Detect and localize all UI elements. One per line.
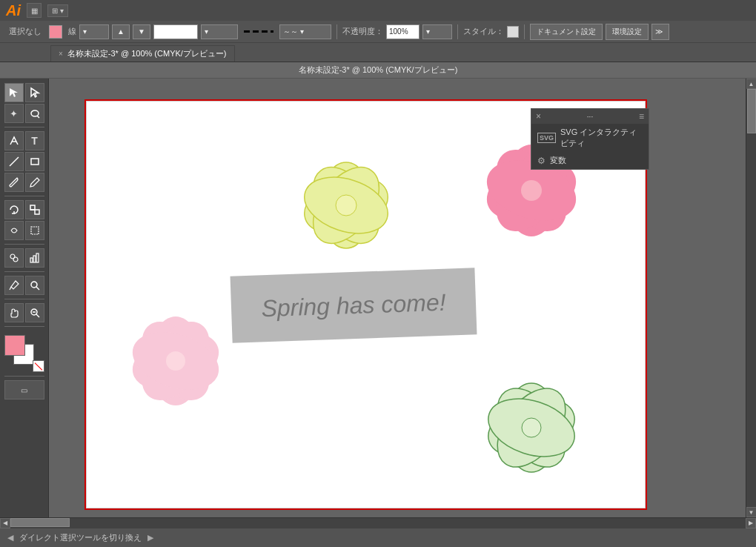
tool-sep-4 <box>4 271 44 272</box>
tool-row-4 <box>4 152 44 171</box>
panel-close-btn[interactable]: × <box>536 111 541 122</box>
fill-color-front[interactable] <box>4 335 25 356</box>
document-tab[interactable]: × 名称未設定-3* @ 100% (CMYK/プレビュー) <box>50 45 235 62</box>
pen-tool[interactable] <box>4 131 24 150</box>
scroll-track-vertical[interactable] <box>746 89 757 507</box>
svg-rect-8 <box>31 227 39 234</box>
stroke-weight-down[interactable]: ▼ <box>133 24 150 39</box>
doc-settings-btn[interactable]: ドキュメント設定 <box>530 24 603 40</box>
type-tool[interactable]: T <box>25 131 44 150</box>
direct-selection-tool[interactable] <box>25 83 44 102</box>
separator-2 <box>457 24 458 39</box>
tool-sep-3 <box>4 244 44 245</box>
hand-tool[interactable] <box>4 303 24 322</box>
left-toolbar: ✦ T <box>0 79 49 517</box>
opacity-label: 不透明度： <box>342 26 383 37</box>
panel-item-variables[interactable]: ⚙ 変数 <box>531 152 649 169</box>
env-settings-btn[interactable]: 環境設定 <box>606 24 649 40</box>
scroll-track-horizontal[interactable] <box>10 518 746 528</box>
panel-title: ··· <box>587 113 593 121</box>
panel-item-svg-label: SVG インタラクティビティ <box>560 127 643 149</box>
view-dropdown[interactable]: ⊞ ▾ <box>47 4 68 17</box>
tool-sep-2 <box>4 196 44 196</box>
stroke-style-dropdown[interactable]: ▾ <box>201 24 238 39</box>
eyedropper-tool[interactable] <box>4 276 24 295</box>
status-text: ダイレクト選択ツールを切り換え <box>19 532 142 543</box>
panel-header: × ··· ≡ <box>531 109 649 124</box>
zoom-tool[interactable] <box>25 276 44 295</box>
shape-builder-tool[interactable] <box>4 248 24 268</box>
stroke-preview-dropdown[interactable]: ～～ ▾ <box>279 24 331 39</box>
spring-text: Spring has come! <box>261 288 446 322</box>
free-transform-tool[interactable] <box>25 221 44 240</box>
flower-green <box>457 346 606 502</box>
svg-rect-11 <box>30 258 33 262</box>
doc-title-text: 名称未設定-3* @ 100% (CMYK/プレビュー) <box>299 64 458 76</box>
extra-options-btn[interactable]: ≫ <box>651 24 669 40</box>
menu-icon[interactable]: ▦ <box>27 3 42 18</box>
lasso-tool[interactable] <box>25 104 44 123</box>
bottom-arrow-right[interactable]: ▶ <box>147 533 153 543</box>
pencil-tool[interactable] <box>25 173 44 192</box>
svg-point-25 <box>336 195 357 216</box>
tool-row-7 <box>4 221 44 240</box>
spring-banner: Spring has come! <box>231 268 477 342</box>
rect-tool[interactable] <box>25 152 44 171</box>
svg-line-18 <box>36 314 39 317</box>
panel-item-svg[interactable]: SVG SVG インタラクティビティ <box>531 124 649 152</box>
tab-close-btn[interactable]: × <box>59 50 63 58</box>
opacity-dropdown[interactable]: ▾ <box>422 24 452 39</box>
screen-mode-btn[interactable]: ▭ <box>4 380 44 400</box>
scroll-right-btn[interactable]: ▶ <box>746 518 756 528</box>
stroke-preview <box>244 30 273 33</box>
flower-yellow <box>279 131 413 276</box>
scroll-down-btn[interactable]: ▼ <box>746 507 757 517</box>
panel-item-svg-icon: SVG <box>537 133 556 143</box>
selection-tool[interactable] <box>4 83 24 102</box>
ai-logo: Ai <box>6 2 21 19</box>
tool-row-10 <box>4 303 44 322</box>
scroll-thumb-vertical[interactable] <box>747 89 756 133</box>
svg-line-16 <box>36 287 39 290</box>
tool-row-11: ▭ <box>4 380 44 400</box>
opacity-input[interactable] <box>386 24 420 39</box>
bottom-arrow-left[interactable]: ◀ <box>7 533 13 543</box>
svg-line-1 <box>37 116 39 118</box>
svg-rect-5 <box>30 205 35 210</box>
zoom-tool-2[interactable] <box>25 303 44 322</box>
style-swatch[interactable] <box>507 26 519 38</box>
scroll-up-btn[interactable]: ▲ <box>746 79 757 89</box>
panel-item-var-label: 変数 <box>550 155 566 166</box>
rotate-tool[interactable] <box>4 200 24 219</box>
panel-menu-btn[interactable]: ≡ <box>639 111 644 122</box>
svg-point-15 <box>31 282 37 288</box>
warp-tool[interactable] <box>4 221 24 240</box>
magic-wand-tool[interactable]: ✦ <box>4 104 24 123</box>
line-tool[interactable] <box>4 152 24 171</box>
chart-tool[interactable] <box>25 248 44 268</box>
tool-row-9 <box>4 276 44 295</box>
main-area: ✦ T <box>0 79 756 517</box>
tool-row-8 <box>4 248 44 268</box>
scale-tool[interactable] <box>25 200 44 219</box>
separator-1 <box>336 24 337 39</box>
svg-rect-4 <box>31 159 39 165</box>
scroll-left-btn[interactable]: ◀ <box>0 518 10 528</box>
stroke-weight-input[interactable] <box>153 24 198 39</box>
tool-row-2: ✦ <box>4 104 44 123</box>
stroke-dropdown[interactable]: ▾ <box>79 24 109 39</box>
none-indicator[interactable] <box>33 360 44 372</box>
stroke-weight-up[interactable]: ▲ <box>112 24 130 39</box>
style-label: スタイル： <box>463 26 504 37</box>
tool-sep-6 <box>4 326 44 327</box>
brush-tool[interactable] <box>4 173 24 192</box>
tool-sep-5 <box>4 299 44 299</box>
bottom-status-bar: ◀ ダイレクト選択ツールを切り換え ▶ <box>0 528 756 547</box>
svg-point-37 <box>166 351 185 371</box>
scroll-thumb-horizontal[interactable] <box>10 518 70 527</box>
svg-line-14 <box>10 287 11 290</box>
tool-row-5 <box>4 173 44 192</box>
tool-row-3: T <box>4 131 44 150</box>
canvas-area[interactable]: Spring has come! × ··· ≡ SVG SVG インタラクティ… <box>49 79 746 517</box>
fill-swatch[interactable] <box>49 25 62 39</box>
